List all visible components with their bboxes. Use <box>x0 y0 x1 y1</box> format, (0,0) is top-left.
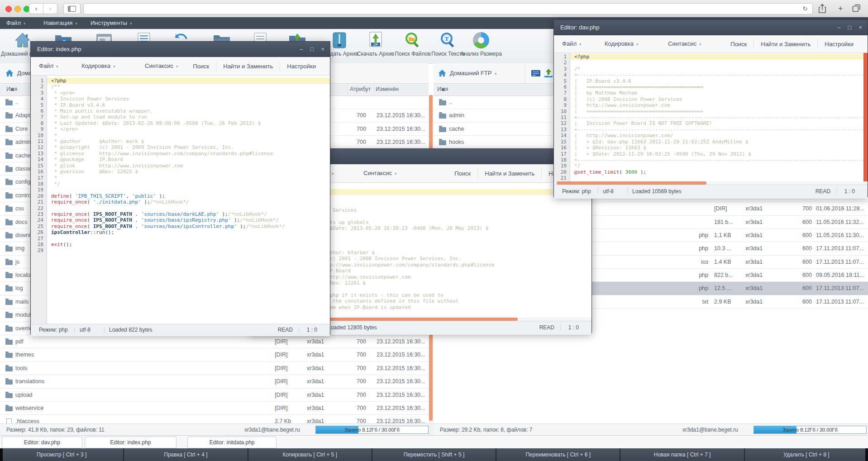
window-minimize-traffic-light[interactable] <box>14 6 21 12</box>
code-token: ( <box>87 217 93 223</box>
editor-menu-item[interactable]: Поиск <box>186 63 216 70</box>
editor-menu-item[interactable]: Поиск <box>724 41 754 48</box>
code-line: | > $Id: dav.php 11663 2012-11-29 21:02:… <box>570 139 868 145</box>
editor-menu-item[interactable]: Найти и Заменить <box>478 170 541 177</box>
code-token: /* <box>574 66 580 72</box>
file-row[interactable]: webservice[DIR]xr3da170023.12.2015 16:30… <box>0 402 429 415</box>
file-name: css <box>15 202 24 215</box>
editor-encoding: utf-8 <box>603 185 614 198</box>
file-owner: xr3da1 <box>307 402 324 414</box>
hotkey-button[interactable]: Копировать [ Ctrl + 5 ] <box>248 448 372 461</box>
line-number: 16 <box>31 169 47 175</box>
browser-address-bar[interactable]: ↻ <box>83 3 813 14</box>
file-row[interactable]: translations[DIR]xr3da170023.12.2015 16:… <box>0 375 429 388</box>
browser-sidebar-button[interactable] <box>63 3 81 14</box>
code-line: /* <box>570 66 868 72</box>
file-name: Core <box>15 123 28 135</box>
toolbar-item[interactable]: Анализ Размера <box>459 31 503 57</box>
scrollbar-thumb[interactable] <box>557 181 706 185</box>
editor-menu-item[interactable]: Кодировка▾ <box>605 35 638 53</box>
file-name: cache <box>449 123 464 135</box>
tabs-overview-icon[interactable] <box>851 4 863 14</box>
maximize-icon[interactable]: □ <box>310 46 314 52</box>
line-number: 20 <box>554 169 570 175</box>
editor-menu-item[interactable]: Настройки <box>280 63 323 70</box>
menubar-item-1[interactable]: Файл▾ <box>6 17 26 29</box>
editor-horizontal-scrollbar[interactable] <box>554 181 868 185</box>
file-ext: php <box>686 282 708 295</box>
code-token: | > $Id: dav.php 11663 2012-11-29 21:02:… <box>574 139 748 145</box>
line-number: 13 <box>31 151 47 157</box>
line-number: 26 <box>31 229 47 235</box>
line-number: 5 <box>554 78 570 84</box>
editor-menu-item[interactable]: Найти и Заменить <box>754 41 817 48</box>
line-number: 6 <box>31 108 47 114</box>
maximize-icon[interactable]: □ <box>848 24 852 31</box>
line-number: 11 <box>554 114 570 120</box>
editor-menu-item[interactable]: Настройки <box>818 41 860 48</box>
editor-menu-item[interactable]: Синтаксис▾ <box>145 57 178 76</box>
hotkey-button[interactable]: Удалить [ Ctrl + 8 ] <box>745 448 868 461</box>
menubar-item-label: Навигация <box>43 19 72 26</box>
minimize-icon[interactable]: – <box>837 24 840 31</box>
hotkey-button[interactable]: Просмотр [ Ctrl + 3 ] <box>0 448 123 461</box>
editor-menu-item[interactable]: Поиск <box>448 170 477 177</box>
folder-icon <box>5 406 13 411</box>
editor-menu-item-label: Синтаксис <box>668 40 696 47</box>
window-close-traffic-light[interactable] <box>5 6 12 12</box>
editor-code-area[interactable]: 12345678910111213141516171819202122<?php… <box>554 53 868 181</box>
code-token: require_once <box>51 199 87 205</box>
taskbar-tab[interactable]: Editor: dav.php <box>2 437 82 448</box>
editor-title-bar[interactable]: Editor: dav.php–□× <box>554 20 868 35</box>
server-select[interactable]: Домашний FTP▾ <box>450 63 496 84</box>
share-icon[interactable] <box>816 4 828 14</box>
editor-menu-item[interactable]: Файл▾ <box>562 35 582 53</box>
code-line: /** <box>47 84 330 90</box>
size-summary: Размер: 29.2 Kb, папок: 8, файлов: 7 <box>440 424 532 436</box>
file-name: log <box>15 282 23 295</box>
hotkey-button[interactable]: Переместить [ Shift + 5 ] <box>372 448 496 461</box>
folder-icon <box>5 127 13 132</box>
file-row[interactable]: upload[DIR]xr3da170023.12.2015 16:30... <box>0 389 429 402</box>
menubar-item-3[interactable]: Инструменты▾ <box>91 17 132 29</box>
taskbar-tab[interactable]: Editor: initdata.php <box>187 437 277 448</box>
file-owner: xr3da1 <box>745 242 763 255</box>
taskbar-tab[interactable]: Editor: index.php <box>85 437 176 448</box>
minimize-icon[interactable]: – <box>300 46 303 52</box>
editor-status-bar: Режим: phputf-8Loaded 10569 bytesREAD1 :… <box>554 185 868 199</box>
editor-menu-item[interactable]: Синтаксис▾ <box>668 35 701 53</box>
editor-menu-item-label: Кодировка <box>605 40 634 47</box>
refresh-icon[interactable]: ↻ <box>802 5 808 12</box>
disk-icon[interactable] <box>531 70 540 78</box>
file-row[interactable]: tools[DIR]xr3da170023.12.2015 16:30... <box>0 362 429 375</box>
line-number: 10 <box>554 109 570 114</box>
editor-menu-bar: Файл▾Кодировка▾Синтаксис▾ПоискНайти и За… <box>31 57 330 76</box>
editor-title-bar[interactable]: Editor: index.php–□× <box>31 42 330 57</box>
upload-icon[interactable] <box>544 69 553 79</box>
editor-menu-item[interactable]: Найти и Заменить <box>216 63 280 70</box>
file-row[interactable]: .htaccess2.7 Kbxr3da170023.12.2015 16:30… <box>0 415 429 423</box>
menubar-item-2[interactable]: Навигация▾ <box>43 17 77 29</box>
chevron-down-icon: ▾ <box>699 42 701 47</box>
browser-forward-button[interactable]: › <box>43 3 57 14</box>
new-tab-icon[interactable]: + <box>835 4 846 14</box>
toolbar-item-label: Анализ Размера <box>459 51 503 57</box>
line-number: 13 <box>554 127 570 133</box>
code-line <box>47 205 330 211</box>
close-icon[interactable]: × <box>858 24 862 31</box>
close-icon[interactable]: × <box>321 46 324 52</box>
editor-menu-item[interactable]: Файл▾ <box>39 57 58 76</box>
hotkey-button[interactable]: Правка [ Ctrl + 4 ] <box>124 448 247 461</box>
editor-vertical-scrollbar[interactable] <box>863 53 868 181</box>
hotkey-button[interactable]: Новая папка [ Ctrl + 7 ] <box>620 448 744 461</box>
file-size: 10.3 ... <box>714 242 731 255</box>
hotkey-button[interactable]: Переименовать [ Ctrl + 6 ] <box>496 448 620 461</box>
file-row[interactable]: pdf[DIR]xr3da170023.12.2015 16:30... <box>0 335 429 348</box>
editor-menu-item[interactable]: Синтаксис▾ <box>363 164 397 183</box>
file-modified: 23.12.2015 16:30... <box>377 375 425 388</box>
file-row[interactable]: themes[DIR]xr3da170023.12.2015 16:30... <box>0 348 429 361</box>
browser-back-button[interactable]: ‹ <box>29 3 43 14</box>
editor-code-area[interactable]: 1234567891011121314151617181920212223242… <box>31 76 330 324</box>
line-number: 7 <box>554 90 570 96</box>
editor-menu-item[interactable]: Кодировка▾ <box>81 57 115 76</box>
